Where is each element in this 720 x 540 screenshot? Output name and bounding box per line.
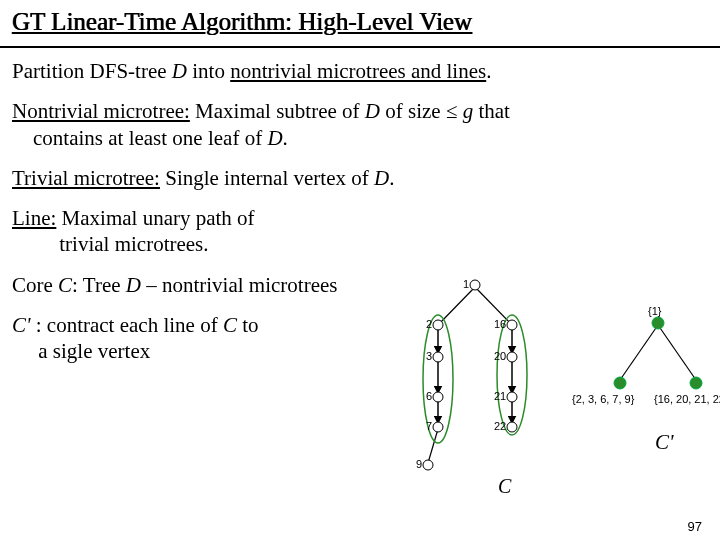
txt: Maximal unary path of: [56, 206, 254, 230]
svg-point-18: [507, 352, 517, 362]
var-D: D: [365, 99, 380, 123]
svg-point-20: [507, 422, 517, 432]
txt: Core: [12, 273, 58, 297]
svg-point-17: [507, 320, 517, 330]
txt: that: [473, 99, 510, 123]
leq: ≤: [446, 99, 458, 123]
var-C: C: [58, 273, 72, 297]
svg-point-13: [433, 352, 443, 362]
para-partition: Partition DFS-tree D into nontrivial mic…: [12, 58, 708, 84]
txt: : Tree: [72, 273, 126, 297]
svg-point-14: [433, 392, 443, 402]
txt: Partition DFS-tree: [12, 59, 172, 83]
lbl-1: 1: [463, 278, 469, 290]
lbl-3: 3: [426, 350, 432, 362]
txt: trivial microtrees.: [59, 232, 208, 256]
var-Cprime: C': [12, 313, 31, 337]
txt: contains at least one leaf of: [33, 126, 267, 150]
txt: .: [283, 126, 288, 150]
lbl-set-top: {1}: [648, 305, 662, 317]
txt: : contract each line of: [31, 313, 223, 337]
txt: to: [237, 313, 259, 337]
txt: .: [486, 59, 491, 83]
svg-point-24: [614, 377, 626, 389]
tree-svg: 1 2 3 6 7 9 16 20 21 22 C {1} {2, 3, 6, …: [400, 275, 720, 515]
lbl-7: 7: [426, 420, 432, 432]
svg-point-25: [690, 377, 702, 389]
lbl-6: 6: [426, 390, 432, 402]
txt: Single internal vertex of: [160, 166, 374, 190]
label-Cprime: C': [655, 430, 674, 455]
label-C: C: [498, 475, 512, 497]
diagram: 1 2 3 6 7 9 16 20 21 22 C {1} {2, 3, 6, …: [400, 275, 720, 515]
txt: of size: [380, 99, 446, 123]
txt: – nontrivial microtrees: [141, 273, 338, 297]
lbl-set-right: {16, 20, 21, 22}: [654, 393, 720, 405]
svg-point-16: [423, 460, 433, 470]
lbl-9: 9: [416, 458, 422, 470]
svg-point-23: [652, 317, 664, 329]
lbl-set-left: {2, 3, 6, 7, 9}: [572, 393, 635, 405]
var-D: D: [126, 273, 141, 297]
svg-point-12: [433, 320, 443, 330]
para-trivial: Trivial microtree: Single internal verte…: [12, 165, 708, 191]
page-number: 97: [688, 519, 702, 534]
term: Nontrivial microtree:: [12, 99, 190, 123]
term: Trivial microtree:: [12, 166, 160, 190]
svg-line-5: [428, 429, 438, 463]
underlined: nontrivial microtrees and lines: [230, 59, 486, 83]
var-D: D: [172, 59, 187, 83]
title-rule: [0, 46, 720, 48]
lbl-20: 20: [494, 350, 506, 362]
svg-line-22: [658, 325, 696, 380]
txt: a sigle vertex: [38, 339, 150, 363]
txt: into: [187, 59, 230, 83]
var-D: D: [374, 166, 389, 190]
var-g: g: [457, 99, 473, 123]
para-nontrivial: Nontrivial microtree: Maximal subtree of…: [12, 98, 708, 151]
lbl-16: 16: [494, 318, 506, 330]
lbl-2: 2: [426, 318, 432, 330]
var-D: D: [267, 126, 282, 150]
lbl-21: 21: [494, 390, 506, 402]
txt: .: [389, 166, 394, 190]
svg-point-11: [470, 280, 480, 290]
var-C: C: [223, 313, 237, 337]
para-line: Line: Maximal unary path of trivial micr…: [12, 205, 708, 258]
svg-point-15: [433, 422, 443, 432]
lbl-22: 22: [494, 420, 506, 432]
txt: Maximal subtree of: [190, 99, 365, 123]
slide-title: GT Linear-Time Algorithm: High-Level Vie…: [12, 8, 708, 40]
svg-line-21: [620, 325, 658, 380]
svg-point-19: [507, 392, 517, 402]
term: Line:: [12, 206, 56, 230]
